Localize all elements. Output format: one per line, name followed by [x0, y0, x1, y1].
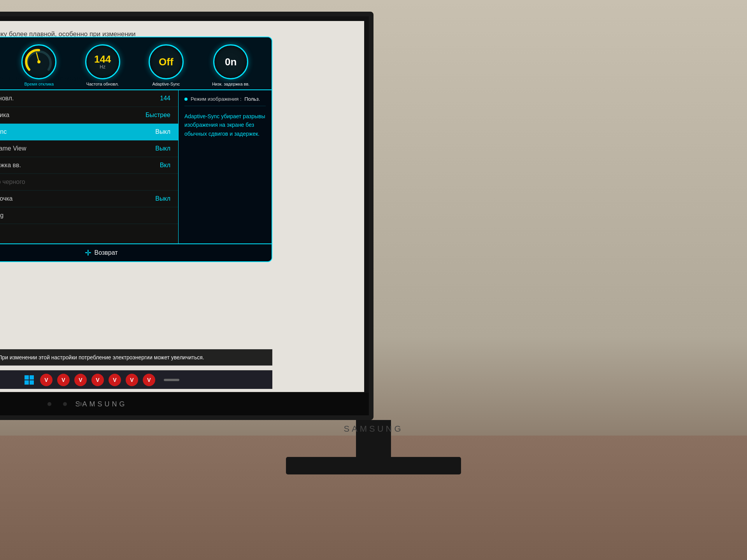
- menu-label-response-time: Время отклика: [0, 112, 9, 119]
- osd-info-panel: Режим изображения : Польз. Adaptive-Sync…: [178, 90, 272, 243]
- menu-label-black-eq: Эквалайзер черного: [0, 178, 25, 186]
- menu-item-low-latency[interactable]: Низк. задержка вв. Вкл: [0, 157, 178, 174]
- taskbar-app-1[interactable]: V: [40, 374, 53, 386]
- svg-rect-5: [30, 380, 34, 385]
- menu-item-response-time[interactable]: Время отклика Быстрее: [0, 107, 178, 124]
- gauge-refresh-rate: 144 Hz Частота обновл.: [81, 41, 124, 89]
- monitor-indicators: [47, 402, 82, 406]
- gauge-low-latency: 0n Низк. задержка вв.: [208, 41, 253, 89]
- menu-value-adaptive-sync: Выкл: [155, 128, 170, 135]
- info-mode-dot: [184, 98, 188, 101]
- osd-body: 🎮 🖼 ⬜ ⚙️ 🔧 ❓ Частота обновл. 144 Время: [0, 90, 272, 243]
- menu-item-adaptive-sync[interactable]: Adaptive-Sync Выкл: [0, 124, 178, 140]
- info-mode-row: Режим изображения : Польз.: [184, 96, 266, 106]
- gauge-circle-latency: 0n: [213, 44, 248, 79]
- taskbar-windows-button[interactable]: [23, 374, 35, 386]
- speedometer-svg: [23, 46, 54, 77]
- menu-value-crosshair: Выкл: [155, 195, 170, 202]
- taskbar-app-7[interactable]: V: [143, 374, 155, 386]
- menu-label-core-lighting: Core Lighting: [0, 212, 4, 219]
- notification-bar: При изменении этой настройки потребление…: [0, 349, 272, 366]
- nav-arrow-icon: ✛: [85, 248, 91, 257]
- samsung-logo: SAMSUNG: [75, 400, 127, 408]
- taskbar-app-2[interactable]: V: [57, 374, 70, 386]
- gauge-unit-refresh: Hz: [94, 64, 111, 70]
- menu-label-adaptive-sync: Adaptive-Sync: [0, 128, 7, 135]
- menu-item-ultrawide[interactable]: Ultrawide Game View Выкл: [0, 140, 178, 157]
- taskbar-app-6[interactable]: V: [126, 374, 138, 386]
- menu-value-response-time: Быстрее: [146, 112, 170, 119]
- menu-label-refresh-rate: Частота обновл.: [0, 95, 14, 102]
- windows-logo-icon: [25, 375, 34, 385]
- monitor-screen: разрывы изображения (tearing) и делает к…: [0, 21, 364, 392]
- menu-label-ultrawide: Ultrawide Game View: [0, 145, 26, 152]
- monitor-stand-base: [286, 457, 461, 474]
- menu-item-crosshair[interactable]: Вирт. цел. точка Выкл: [0, 191, 178, 207]
- samsung-brand-label: SAMSUNG: [344, 424, 403, 434]
- gauges-row: 13 Эквалайзер черного: [0, 37, 272, 90]
- gauge-adaptive-sync: Off Adaptive-Sync: [145, 41, 188, 89]
- indicator-3: [79, 402, 82, 406]
- indicator-1: [47, 402, 51, 406]
- gauge-value-latency: 0n: [225, 57, 237, 67]
- taskbar-small-bar: [164, 379, 179, 381]
- monitor-bezel: разрывы изображения (tearing) и делает к…: [0, 12, 374, 420]
- menu-item-refresh-rate[interactable]: Частота обновл. 144: [0, 90, 178, 107]
- taskbar-app-3[interactable]: V: [74, 374, 87, 386]
- menu-value-ultrawide: Выкл: [155, 145, 170, 152]
- gauge-value-adaptive: Off: [159, 57, 174, 67]
- svg-rect-3: [30, 375, 34, 380]
- osd-footer: ✛ Возврат: [0, 243, 272, 261]
- gauge-response-time: Время отклика: [18, 41, 60, 89]
- osd-menu: 13 Эквалайзер черного: [0, 37, 272, 262]
- gauge-circle-response: [21, 44, 56, 79]
- info-mode-label: Режим изображения : Польз.: [191, 96, 260, 102]
- gauge-label-response: Время отклика: [25, 82, 54, 86]
- taskbar: V V V V V V V: [0, 370, 272, 389]
- nav-return-label: Возврат: [95, 249, 118, 256]
- info-description: Adaptive-Sync убирает разрывы изображени…: [184, 112, 266, 138]
- menu-value-low-latency: Вкл: [160, 162, 170, 169]
- menu-item-core-lighting[interactable]: Core Lighting: [0, 207, 178, 224]
- monitor-bottom-bar: SAMSUNG: [0, 393, 369, 415]
- menu-item-black-eq: Эквалайзер черного: [0, 174, 178, 191]
- gauge-value-refresh: 144: [94, 53, 111, 65]
- menu-label-low-latency: Низк. задержка вв.: [0, 162, 21, 169]
- menu-value-refresh-rate: 144: [160, 95, 170, 102]
- svg-rect-2: [25, 375, 29, 380]
- gauge-label-latency: Низк. задержка вв.: [212, 82, 249, 86]
- gauge-label-refresh: Частота обновл.: [86, 82, 119, 86]
- taskbar-app-5[interactable]: V: [109, 374, 121, 386]
- indicator-2: [63, 402, 67, 406]
- osd-menu-items: Частота обновл. 144 Время отклика Быстре…: [0, 90, 178, 243]
- svg-point-1: [37, 60, 40, 63]
- svg-rect-4: [25, 380, 29, 385]
- menu-label-crosshair: Вирт. цел. точка: [0, 195, 12, 202]
- gauge-circle-adaptive: Off: [149, 44, 184, 79]
- notification-text: При изменении этой настройки потребление…: [0, 354, 204, 360]
- taskbar-app-4[interactable]: V: [91, 374, 104, 386]
- nav-return-button[interactable]: ✛ Возврат: [85, 248, 118, 257]
- gauge-circle-refresh: 144 Hz: [85, 44, 120, 79]
- gauge-label-adaptive: Adaptive-Sync: [152, 82, 180, 86]
